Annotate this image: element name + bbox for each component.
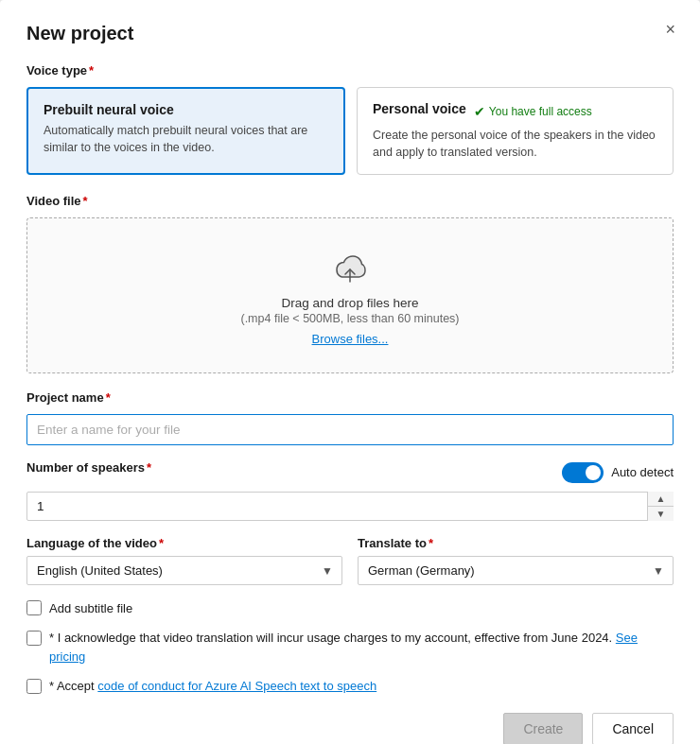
spinner-down-button[interactable]: ▼ — [648, 507, 674, 521]
voice-card-prebuilt[interactable]: Prebuilt neural voice Automatically matc… — [26, 87, 345, 175]
voice-type-label: Voice type* — [26, 63, 674, 78]
prebuilt-card-desc: Automatically match prebuilt neural voic… — [44, 123, 328, 156]
speakers-spinner: ▲ ▼ — [26, 492, 674, 521]
code-of-conduct-text: * Accept code of conduct for Azure AI Sp… — [49, 677, 376, 696]
cancel-button[interactable]: Cancel — [592, 713, 674, 745]
translate-to-col: Translate to* German (Germany) English (… — [358, 536, 674, 585]
spinner-up-button[interactable]: ▲ — [648, 492, 674, 507]
file-constraints-text: (.mp4 file < 500MB, less than 60 minutes… — [46, 312, 654, 325]
cloud-upload-icon — [325, 249, 375, 286]
code-of-conduct-checkbox[interactable] — [26, 679, 42, 694]
close-button[interactable]: × — [659, 17, 681, 42]
access-badge: ✔ You have full access — [474, 104, 592, 119]
speakers-input[interactable] — [26, 492, 674, 521]
voice-type-row: Prebuilt neural voice Automatically matc… — [26, 87, 674, 175]
project-name-label: Project name* — [26, 390, 674, 405]
acknowledge-text: * I acknowledge that video translation w… — [49, 629, 674, 666]
auto-detect-toggle[interactable] — [562, 462, 604, 483]
footer-row: Create Cancel — [26, 713, 674, 745]
translate-to-select-wrapper: German (Germany) English (United States)… — [358, 556, 674, 585]
new-project-dialog: New project × Voice type* Prebuilt neura… — [0, 0, 700, 744]
language-row: Language of the video* English (United S… — [26, 536, 674, 585]
spinner-buttons: ▲ ▼ — [647, 492, 674, 521]
language-select-wrapper: English (United States) Spanish (Spain) … — [26, 556, 342, 585]
personal-card-header: Personal voice ✔ You have full access — [373, 101, 657, 122]
auto-detect-text: Auto detect — [611, 465, 674, 479]
checkmark-icon: ✔ — [474, 104, 485, 119]
prebuilt-card-title: Prebuilt neural voice — [44, 102, 328, 117]
project-name-input[interactable] — [26, 414, 674, 445]
toggle-slider — [562, 462, 604, 483]
code-of-conduct-link[interactable]: code of conduct for Azure AI Speech text… — [97, 679, 376, 693]
browse-files-button[interactable]: Browse files... — [312, 332, 389, 346]
subtitle-checkbox[interactable] — [26, 600, 42, 615]
drag-drop-text: Drag and drop files here — [46, 296, 654, 310]
voice-card-personal[interactable]: Personal voice ✔ You have full access Cr… — [357, 87, 674, 175]
video-file-label: Video file* — [26, 194, 674, 208]
language-label: Language of the video* — [26, 536, 342, 550]
code-of-conduct-row: * Accept code of conduct for Azure AI Sp… — [26, 677, 674, 696]
create-button[interactable]: Create — [503, 713, 583, 745]
speakers-label: Number of speakers* — [26, 460, 151, 475]
language-select[interactable]: English (United States) Spanish (Spain) … — [26, 556, 342, 585]
personal-card-title: Personal voice — [373, 101, 466, 116]
translate-to-select[interactable]: German (Germany) English (United States)… — [358, 556, 674, 585]
project-name-section: Project name* — [26, 390, 674, 445]
dialog-title: New project — [26, 23, 674, 44]
access-label: You have full access — [489, 105, 592, 118]
personal-card-desc: Create the personal voice of the speaker… — [373, 128, 657, 161]
acknowledge-row: * I acknowledge that video translation w… — [26, 629, 674, 666]
acknowledge-checkbox[interactable] — [26, 631, 42, 646]
drop-zone[interactable]: Drag and drop files here (.mp4 file < 50… — [26, 217, 674, 373]
speakers-row: Number of speakers* Auto detect — [26, 460, 674, 484]
auto-detect-container: Auto detect — [562, 462, 674, 483]
translate-to-label: Translate to* — [358, 536, 674, 550]
subtitle-row: Add subtitle file — [26, 600, 674, 615]
language-col: Language of the video* English (United S… — [26, 536, 342, 585]
subtitle-label[interactable]: Add subtitle file — [49, 601, 132, 615]
